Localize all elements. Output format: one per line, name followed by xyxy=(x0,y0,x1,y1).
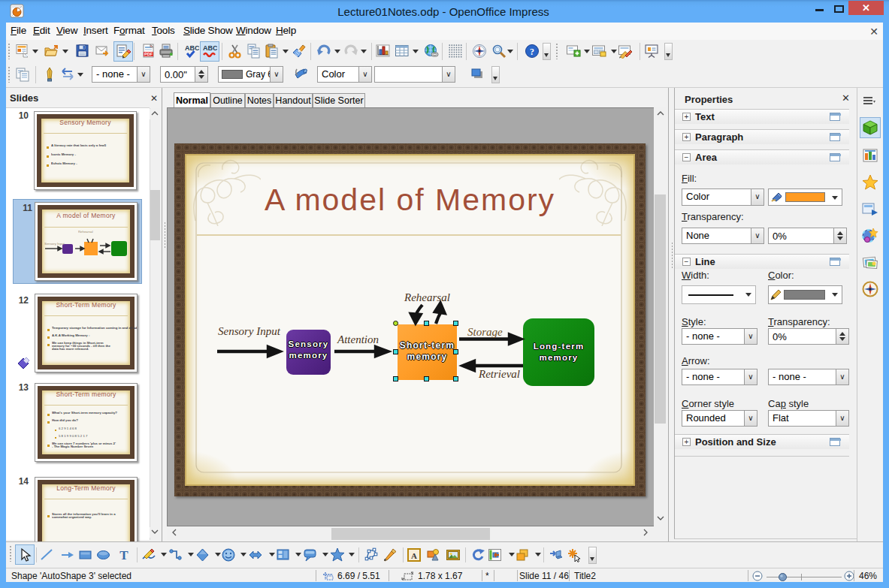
svg-text:A: A xyxy=(411,551,417,560)
svg-text:PDF: PDF xyxy=(144,52,153,56)
svg-text:ABC: ABC xyxy=(185,44,199,52)
svg-text:ABC: ABC xyxy=(203,44,217,52)
svg-text:T: T xyxy=(119,548,129,562)
svg-text:?: ? xyxy=(530,47,534,57)
